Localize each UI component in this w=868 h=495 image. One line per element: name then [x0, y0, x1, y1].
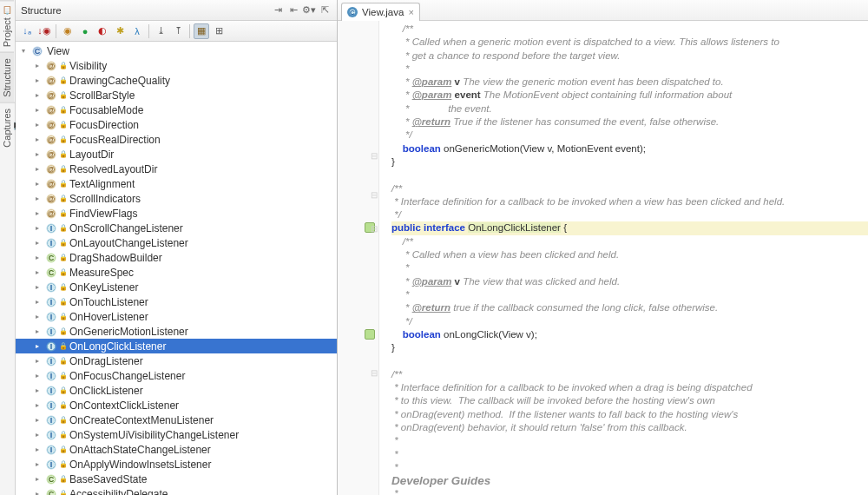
sort-alpha-icon[interactable]: ↓ₐ	[19, 23, 35, 39]
expand-toggle[interactable]: ▸	[33, 446, 42, 454]
expand-toggle[interactable]: ▸	[33, 91, 42, 100]
show-properties-icon[interactable]: ⊞	[211, 23, 227, 39]
tree-node-onlayoutchangelistener[interactable]: ▸ 🔒 OnLayoutChangeListener	[16, 235, 337, 250]
tree-node-label: OnGenericMotionListener	[69, 326, 188, 338]
code-line: /**	[391, 235, 868, 248]
expand-toggle[interactable]: ▸	[33, 106, 42, 115]
show-anon-icon[interactable]: ✱	[112, 23, 128, 39]
tree-node-findviewflags[interactable]: ▸ 🔒 FindViewFlags	[16, 206, 337, 221]
tree-node-basesavedstate[interactable]: ▸ 🔒 BaseSavedState	[16, 472, 337, 486]
expand-toggle[interactable]: ▸	[33, 386, 42, 395]
sort-visibility-icon[interactable]: ↓◉	[36, 23, 52, 39]
autoscroll-from-icon[interactable]: ⤒	[170, 23, 186, 39]
expand-toggle[interactable]: ▸	[33, 431, 42, 439]
expand-toggle[interactable]: ▸	[33, 195, 42, 203]
structure-tree[interactable]: ▾ View ▸ 🔒 Visibility▸ 🔒 DrawingCacheQua…	[16, 42, 337, 495]
expand-toggle[interactable]: ▸	[33, 209, 42, 218]
project-tab[interactable]: Project 📋	[0, 0, 14, 52]
tree-node-focusablemode[interactable]: ▸ 🔒 FocusableMode	[16, 102, 337, 117]
close-tab-icon[interactable]: ×	[408, 7, 413, 17]
tree-node-ongenericmotionlistener[interactable]: ▸ 🔒 OnGenericMotionListener	[16, 324, 337, 339]
expand-toggle[interactable]: ▾	[19, 47, 28, 56]
collapse-all-icon[interactable]: ⇤	[286, 3, 300, 17]
tree-node-resolvedlayoutdir[interactable]: ▸ 🔒 ResolvedLayoutDir	[16, 162, 337, 176]
group-methods-icon[interactable]: ▦	[194, 23, 209, 39]
expand-toggle[interactable]: ▸	[33, 416, 42, 425]
expand-toggle[interactable]: ▸	[33, 135, 42, 144]
code-area[interactable]: /** * Called when a generic motion event…	[379, 21, 868, 495]
tree-node-focusdirection[interactable]: ▸ 🔒 FocusDirection	[16, 117, 337, 132]
show-lambda-icon[interactable]: λ	[129, 23, 145, 39]
impl-marker-icon[interactable]	[365, 329, 375, 340]
fold-marker[interactable]: ⊟	[371, 224, 378, 234]
code-line: * For a guide to implementing drag and d…	[391, 487, 868, 495]
fold-marker[interactable]: ⊟	[371, 151, 378, 161]
tree-node-onhoverlistener[interactable]: ▸ 🔒 OnHoverListener	[16, 309, 337, 324]
tree-node-focusrealdirection[interactable]: ▸ 🔒 FocusRealDirection	[16, 132, 337, 147]
tree-node-ontouchlistener[interactable]: ▸ 🔒 OnTouchListener	[16, 294, 337, 309]
show-methods-icon[interactable]: ●	[77, 23, 93, 39]
tree-node-label: BaseSavedState	[69, 473, 147, 485]
tree-node-onscrollchangelistener[interactable]: ▸ 🔒 OnScrollChangeListener	[16, 221, 337, 235]
tree-node-label: OnKeyListener	[69, 281, 138, 294]
expand-toggle[interactable]: ▸	[33, 298, 42, 307]
tree-node-measurespec[interactable]: ▸ 🔒 MeasureSpec	[16, 265, 337, 280]
expand-toggle[interactable]: ▸	[33, 372, 42, 380]
expand-toggle[interactable]: ▸	[33, 254, 42, 262]
autoscroll-to-icon[interactable]: ⤓	[153, 23, 168, 39]
tree-node-ondraglistener[interactable]: ▸ 🔒 OnDragListener	[16, 353, 337, 368]
fold-marker[interactable]: ⊟	[371, 368, 378, 378]
expand-toggle[interactable]: ▸	[33, 62, 42, 70]
tree-node-onfocuschangelistener[interactable]: ▸ 🔒 OnFocusChangeListener	[16, 368, 337, 383]
tree-node-visibility[interactable]: ▸ 🔒 Visibility	[16, 58, 337, 73]
tree-node-oncontextclicklistener[interactable]: ▸ 🔒 OnContextClickListener	[16, 398, 337, 412]
tree-node-drawingcachequality[interactable]: ▸ 🔒 DrawingCacheQuality	[16, 73, 337, 88]
expand-toggle[interactable]: ▸	[33, 327, 42, 336]
editor-tab-view[interactable]: C View.java ×	[341, 3, 420, 21]
hide-icon[interactable]: ⇱	[318, 3, 332, 17]
expand-toggle[interactable]: ▸	[33, 224, 42, 233]
lock-icon: 🔒	[59, 268, 68, 276]
tree-node-accessibilitydelegate[interactable]: ▸ 🔒 AccessibilityDelegate	[16, 486, 337, 495]
show-inherited-icon[interactable]: ◐	[95, 23, 110, 39]
expand-toggle[interactable]: ▸	[33, 121, 42, 129]
editor-gutter[interactable]: ⊟ ⊟ ⊟ ⊟	[338, 21, 379, 495]
annot-icon	[45, 148, 57, 161]
expand-toggle[interactable]: ▸	[33, 150, 42, 159]
expand-toggle[interactable]: ▸	[33, 313, 42, 321]
expand-toggle[interactable]: ▸	[33, 165, 42, 174]
structure-tab[interactable]: Structure	[0, 52, 14, 102]
expand-toggle[interactable]: ▸	[33, 76, 42, 85]
expand-toggle[interactable]: ▸	[33, 460, 42, 469]
tree-node-textalignment[interactable]: ▸ 🔒 TextAlignment	[16, 176, 337, 191]
expand-all-icon[interactable]: ⇥	[271, 3, 285, 17]
show-fields-icon[interactable]: ◉	[60, 23, 76, 39]
tree-node-onlongclicklistener[interactable]: ▸ 🔒 OnLongClickListener	[16, 339, 337, 353]
expand-toggle[interactable]: ▸	[33, 401, 42, 410]
expand-toggle[interactable]: ▸	[33, 268, 42, 277]
expand-toggle[interactable]: ▸	[33, 283, 42, 292]
tree-node-onattachstatechangelistener[interactable]: ▸ 🔒 OnAttachStateChangeListener	[16, 442, 337, 457]
fold-marker[interactable]: ⊟	[371, 190, 378, 200]
settings-icon[interactable]: ⚙▾	[302, 3, 316, 17]
code-line: * to this view. The callback will be inv…	[391, 394, 868, 407]
expand-toggle[interactable]: ▸	[33, 239, 42, 248]
tree-node-scrollbarstyle[interactable]: ▸ 🔒 ScrollBarStyle	[16, 88, 337, 102]
expand-toggle[interactable]: ▸	[33, 475, 42, 484]
tree-node-onapplywindowinsetslistener[interactable]: ▸ 🔒 OnApplyWindowInsetsListener	[16, 457, 337, 472]
tree-node-layoutdir[interactable]: ▸ 🔒 LayoutDir	[16, 147, 337, 162]
expand-toggle[interactable]: ▸	[33, 357, 42, 366]
tree-node-dragshadowbuilder[interactable]: ▸ 🔒 DragShadowBuilder	[16, 250, 337, 265]
tree-node-onclicklistener[interactable]: ▸ 🔒 OnClickListener	[16, 383, 337, 398]
tree-root-label: View	[47, 45, 69, 57]
lock-icon: 🔒	[59, 135, 68, 143]
tree-node-oncreatecontextmenulistener[interactable]: ▸ 🔒 OnCreateContextMenuListener	[16, 412, 337, 427]
tree-node-onsystemuivisibilitychangelistener[interactable]: ▸ 🔒 OnSystemUiVisibilityChangeListener	[16, 427, 337, 442]
expand-toggle[interactable]: ▸	[33, 490, 42, 496]
tree-node-scrollindicators[interactable]: ▸ 🔒 ScrollIndicators	[16, 191, 337, 206]
expand-toggle[interactable]: ▸	[33, 180, 42, 188]
expand-toggle[interactable]: ▸	[33, 342, 42, 351]
code-line: * Developer Guides	[391, 461, 868, 488]
tree-root-view[interactable]: ▾ View	[16, 43, 337, 58]
tree-node-onkeylistener[interactable]: ▸ 🔒 OnKeyListener	[16, 280, 337, 294]
